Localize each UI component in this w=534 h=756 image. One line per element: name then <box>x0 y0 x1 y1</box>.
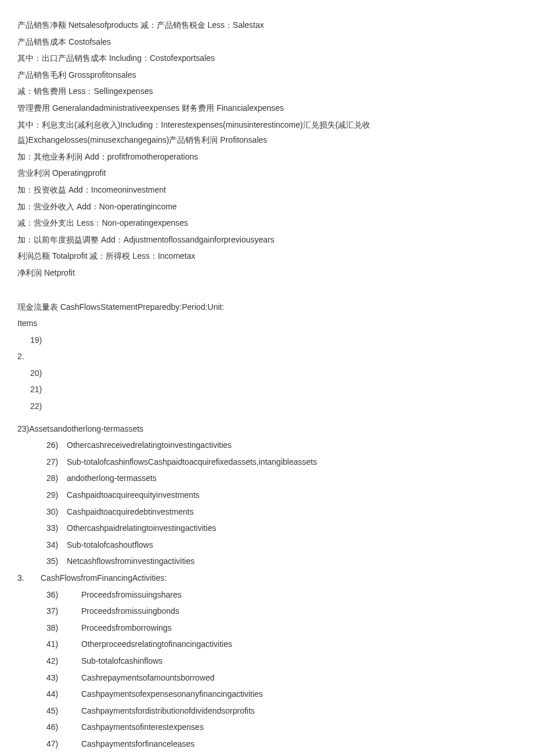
section-header: 3.CashFlowsfromFinancingActivities: <box>17 570 517 586</box>
item-number: 33) <box>46 520 67 536</box>
list-item: 47)Cashpaymentsforfinanceleases <box>17 736 517 752</box>
item-text: Proceedsfromissuingbonds <box>81 603 179 619</box>
list-item: 38)Proceedsfromborrowings <box>17 620 517 636</box>
income-line: 加：投资收益 Add：Incomeoninvestment <box>17 182 517 198</box>
list-item: 43)Cashrepaymentsofamountsborrowed <box>17 670 517 686</box>
item-number: 29) <box>46 487 67 503</box>
item-text: Netcashflowsfrominvestingactivities <box>67 554 194 569</box>
item-text: Sub-totalofcashinflowsCashpaidtoacquiref… <box>67 454 317 470</box>
item-text: Cashpaidtoacquiredebtinvestments <box>67 504 194 520</box>
list-item: 46)Cashpaymentsofinterestexpenses <box>17 719 517 735</box>
cfs-header: 现金流量表 CashFlowsStatementPreparedby:Perio… <box>17 299 517 315</box>
income-line: 减：营业外支出 Less：Non-operatingexpenses <box>17 215 517 231</box>
item-text: Proceedsfromborrowings <box>81 620 172 636</box>
list-item: 22) <box>17 399 517 414</box>
income-line: 产品销售成本 Costofsales <box>17 34 517 50</box>
item-text: Cashpaymentsfordistributionofdividendsor… <box>81 703 255 719</box>
item-text: Sub-totalofcashinflows <box>81 653 163 669</box>
item-text: Cashpaymentsforreductionofregisteredcapi… <box>81 753 245 756</box>
income-line: 产品销售毛利 Grossprofitonsales <box>17 67 517 83</box>
section-number: 3. <box>17 570 41 586</box>
item-number: 41) <box>46 636 81 652</box>
income-line: 其中：出口产品销售成本 Including：Costofexportsales <box>17 50 517 66</box>
item-number: 34) <box>46 537 67 553</box>
item-text: Othercashpaidrelatingtoinvestingactiviti… <box>67 520 217 536</box>
income-line: 减：销售费用 Less：Sellingexpenses <box>17 84 517 99</box>
item-number: 35) <box>46 554 67 569</box>
list-item: 48)Cashpaymentsforreductionofregisteredc… <box>17 753 517 756</box>
income-line: 管理费用 Generalandadministrativeexpenses 财务… <box>17 100 517 116</box>
income-line: 净利润 Netprofit <box>17 265 517 281</box>
list-item: 45)Cashpaymentsfordistributionofdividend… <box>17 703 517 719</box>
income-line: 加：营业外收入 Add：Non-operatingincome <box>17 199 517 215</box>
item-text: Cashpaymentsofexpensesonanyfinancingacti… <box>81 686 263 702</box>
item-text: Othercashreceivedrelatingtoinvestingacti… <box>67 437 232 453</box>
item-number: 46) <box>46 719 81 735</box>
income-line: 营业利润 Operatingprofit <box>17 165 517 181</box>
item-number: 27) <box>46 454 67 470</box>
list-item: 35)Netcashflowsfrominvestingactivities <box>17 554 517 569</box>
item-number: 48) <box>46 753 81 756</box>
list-item: 42)Sub-totalofcashinflows <box>17 653 517 669</box>
item-number: 26) <box>46 437 67 453</box>
list-item: 36)Proceedsfromissuingshares <box>17 587 517 603</box>
list-item: 27)Sub-totalofcashinflowsCashpaidtoacqui… <box>17 454 517 470</box>
item-number: 30) <box>46 504 67 520</box>
list-item: 19) <box>17 332 517 348</box>
list-item: 34)Sub-totalofcashoutflows <box>17 537 517 553</box>
section-number: 2. <box>17 349 517 364</box>
income-line: 产品销售净额 Netsalesofproducts 减：产品销售税金 Less：… <box>17 17 517 33</box>
item-number: 44) <box>46 686 81 702</box>
list-item: 30)Cashpaidtoacquiredebtinvestments <box>17 504 517 520</box>
item-text: Cashpaidtoacquireequityinvestments <box>67 487 200 503</box>
list-item: 33)Othercashpaidrelatingtoinvestingactiv… <box>17 520 517 536</box>
item-text: Otherproceedsrelatingtofinancingactiviti… <box>81 636 232 652</box>
item-number: 42) <box>46 653 81 669</box>
list-item: 23)Assetsandotherlong-termassets <box>17 421 517 437</box>
list-item: 37)Proceedsfromissuingbonds <box>17 603 517 619</box>
item-text: Cashrepaymentsofamountsborrowed <box>81 670 215 686</box>
list-item: 28)andotherlong-termassets <box>17 471 517 486</box>
income-line: 利润总额 Totalprofit 减：所得税 Less：Incometax <box>17 248 517 264</box>
item-text: Cashpaymentsofinterestexpenses <box>81 719 204 735</box>
income-statement-section: 产品销售净额 Netsalesofproducts 减：产品销售税金 Less：… <box>17 17 517 281</box>
list-item: 26)Othercashreceivedrelatingtoinvestinga… <box>17 437 517 453</box>
list-item: 20) <box>17 366 517 381</box>
item-number: 36) <box>46 587 81 603</box>
item-number: 47) <box>46 736 81 752</box>
item-number: 38) <box>46 620 81 636</box>
list-item: 44)Cashpaymentsofexpensesonanyfinancinga… <box>17 686 517 702</box>
item-number: 45) <box>46 703 81 719</box>
item-number: 37) <box>46 603 81 619</box>
item-number: 43) <box>46 670 81 686</box>
list-item: 29)Cashpaidtoacquireequityinvestments <box>17 487 517 503</box>
income-line: 其中：利息支出(减利息收入)Including：Interestexpenses… <box>17 117 517 148</box>
item-number: 28) <box>46 471 67 486</box>
income-line: 加：以前年度损益调整 Add：Adjustmentoflossandgainfo… <box>17 232 517 248</box>
income-line: 加：其他业务利润 Add：profitfromotheroperations <box>17 149 517 165</box>
item-text: Cashpaymentsforfinanceleases <box>81 736 194 752</box>
item-text: Proceedsfromissuingshares <box>81 587 182 603</box>
item-text: andotherlong-termassets <box>67 471 157 486</box>
section-title: CashFlowsfromFinancingActivities: <box>41 570 167 586</box>
item-text: Sub-totalofcashoutflows <box>67 537 153 553</box>
list-item: 41)Otherproceedsrelatingtofinancingactiv… <box>17 636 517 652</box>
items-label: Items <box>17 316 517 331</box>
document-body: 产品销售净额 Netsalesofproducts 减：产品销售税金 Less：… <box>17 17 517 756</box>
list-item: 21) <box>17 382 517 397</box>
cash-flow-section: 现金流量表 CashFlowsStatementPreparedby:Perio… <box>17 299 517 757</box>
